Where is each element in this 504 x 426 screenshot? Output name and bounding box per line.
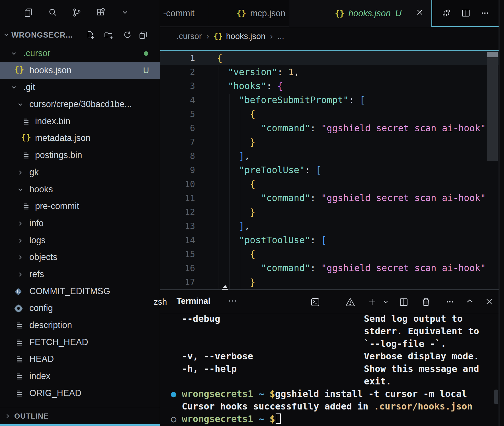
tree-item-commit-editmsg[interactable]: COMMIT_EDITMSG (0, 283, 160, 300)
chevron-right-icon (17, 169, 24, 176)
terminal-row-7: ● wrongsecrets1 ~ $ggshield install -t c… (160, 388, 504, 401)
tree-item-index[interactable]: index (0, 368, 160, 385)
outline-section-header[interactable]: OUTLINE (0, 408, 160, 424)
tree-item-index-bin[interactable]: index.bin (0, 113, 160, 130)
chevron-down-icon[interactable] (382, 299, 390, 305)
tree-item-label: .git (23, 82, 35, 92)
json-icon: {} (14, 65, 24, 74)
terminal-title[interactable]: Terminal (177, 296, 210, 306)
chevron-right-icon: › (270, 32, 273, 41)
tree-item-logs[interactable]: logs (0, 232, 160, 249)
collapse-all-icon[interactable] (138, 30, 148, 40)
file-icon (15, 338, 23, 347)
code-line-2[interactable]: 2 "version": 1, (160, 65, 499, 79)
new-file-icon[interactable] (85, 30, 95, 40)
code-line-8[interactable]: 8 ], (160, 149, 499, 163)
code-line-5[interactable]: 5 { (160, 107, 499, 121)
extensions-icon[interactable] (96, 7, 106, 18)
new-terminal-icon[interactable] (367, 297, 377, 307)
tree-item-postings-bin[interactable]: postings.bin (0, 147, 160, 164)
explorer-section-header[interactable]: WRONGSECR... (0, 27, 160, 44)
chevron-down-icon[interactable] (121, 9, 129, 16)
code-line-1[interactable]: 1{ (160, 51, 499, 65)
tree-item-gk[interactable]: gk (0, 164, 160, 181)
terminal-output[interactable]: --debugSend log output tostderr. Equival… (160, 313, 504, 426)
search-icon[interactable] (48, 7, 58, 18)
source-control-icon[interactable] (72, 7, 82, 18)
trash-icon[interactable] (421, 297, 431, 307)
files-icon[interactable] (23, 7, 34, 18)
line-number: 13 (160, 221, 195, 231)
tree-item-hooks-json[interactable]: {}hooks.jsonU (0, 62, 160, 79)
tree-item-metadata-json[interactable]: {}metadata.json (0, 130, 160, 147)
more-actions-icon[interactable] (445, 297, 455, 307)
tab--commit[interactable]: -commit (160, 0, 208, 27)
terminal-row-help-text: Show this message and (364, 363, 479, 374)
tree-item-orig-head[interactable]: ORIG_HEAD (0, 385, 160, 402)
code-text: ], (217, 151, 250, 161)
tree-item-description[interactable]: description (0, 317, 160, 334)
code-line-17[interactable]: 17 } (160, 275, 499, 289)
code-text: "command": "ggshield secret scan ai-hook… (217, 263, 486, 273)
terminal-row-help-text: exit. (364, 376, 391, 387)
code-line-3[interactable]: 3 "hooks": { (160, 79, 499, 93)
new-folder-icon[interactable] (104, 30, 114, 40)
split-editor-icon[interactable] (461, 8, 471, 18)
code-line-4[interactable]: 4 "beforeSubmitPrompt": [ (160, 93, 499, 107)
open-changes-icon[interactable] (441, 8, 452, 18)
tree-item-hooks[interactable]: hooks (0, 181, 160, 198)
tree-item-objects[interactable]: objects (0, 249, 160, 266)
tree-item-label: .cursor (23, 48, 50, 58)
shell-name[interactable]: zsh (154, 297, 167, 307)
code-line-10[interactable]: 10 { (160, 177, 499, 191)
outline-title: OUTLINE (14, 412, 49, 421)
code-line-16[interactable]: 16 "command": "ggshield secret scan ai-h… (160, 261, 499, 275)
editor-scrollbar[interactable] (487, 52, 498, 161)
code-line-13[interactable]: 13 ], (160, 219, 499, 233)
line-number: 12 (160, 207, 195, 217)
code-text: "hooks": { (217, 81, 283, 91)
tree-item-info[interactable]: info (0, 215, 160, 232)
tree-item--git[interactable]: .git (0, 79, 160, 96)
tree-item-head[interactable]: HEAD (0, 351, 160, 368)
tree-item-cursor-crepe-30bacd1be-[interactable]: cursor/crepe/30bacd1be... (0, 96, 160, 113)
line-number: 6 (160, 123, 195, 133)
tree-item-label: objects (29, 252, 57, 262)
tree-item-label: hooks.json (29, 65, 71, 75)
refresh-icon[interactable] (122, 30, 132, 40)
code-editor[interactable]: 1{2 "version": 1,3 "hooks": {4 "beforeSu… (160, 50, 499, 289)
warning-icon[interactable] (345, 297, 356, 307)
breadcrumb-file[interactable]: hooks.json (226, 32, 266, 41)
tree-item--cursor[interactable]: .cursor (0, 45, 160, 62)
code-line-14[interactable]: 14 "postToolUse": [ (160, 233, 499, 247)
code-line-6[interactable]: 6 "command": "ggshield secret scan ai-ho… (160, 121, 499, 135)
chevron-right-icon (17, 271, 24, 278)
tree-item-refs[interactable]: refs (0, 266, 160, 283)
gear-icon (14, 304, 23, 312)
code-line-15[interactable]: 15 { (160, 247, 499, 261)
terminal-scrollbar[interactable] (494, 390, 498, 404)
tree-item-label: cursor/crepe/30bacd1be... (29, 99, 132, 109)
tree-item-fetch-head[interactable]: FETCH_HEAD (0, 334, 160, 351)
breadcrumb-more[interactable]: ... (277, 32, 284, 41)
more-actions-icon[interactable] (480, 8, 490, 18)
tree-item-label: postings.bin (35, 150, 82, 160)
tree-item-pre-commit[interactable]: pre-commit (0, 198, 160, 215)
close-panel-icon[interactable] (485, 297, 494, 306)
window-right-edge (499, 0, 504, 426)
tab-hooks-json[interactable]: {}hooks.jsonU (289, 0, 431, 27)
tree-item-label: refs (29, 269, 44, 279)
terminal-cursor (276, 413, 281, 424)
chevron-right-icon (5, 413, 11, 419)
breadcrumb-folder[interactable]: .cursor (177, 32, 202, 41)
tree-item-config[interactable]: config (0, 300, 160, 317)
close-icon[interactable] (415, 8, 424, 17)
tab-mcp-json[interactable]: {}mcp.json (208, 0, 289, 27)
split-terminal-icon[interactable] (399, 297, 409, 307)
code-line-11[interactable]: 11 "command": "ggshield secret scan ai-h… (160, 191, 499, 205)
terminal-more-icon[interactable]: ⋯ (228, 295, 238, 306)
code-line-12[interactable]: 12 } (160, 205, 499, 219)
code-line-9[interactable]: 9 "preToolUse": [ (160, 163, 499, 177)
maximize-panel-icon[interactable] (465, 297, 474, 305)
code-line-7[interactable]: 7 } (160, 135, 499, 149)
